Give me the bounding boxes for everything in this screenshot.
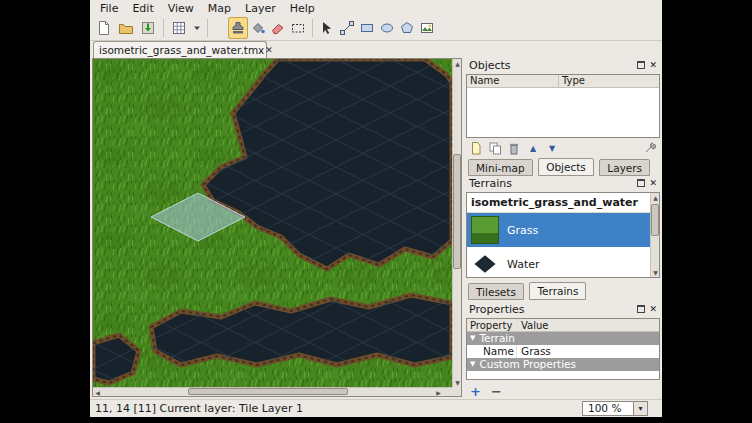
select-object-button[interactable] — [317, 17, 337, 39]
toolbar-separator — [312, 19, 313, 37]
document-tab-bar: isometric_grass_and_water.tmx ✕ — [90, 41, 662, 58]
new-doc-icon — [470, 142, 482, 155]
close-panel-icon[interactable]: ✕ — [649, 60, 657, 70]
object-properties-button[interactable] — [642, 141, 658, 156]
grid-view-button[interactable] — [168, 17, 190, 39]
canvas-vertical-scrollbar[interactable]: ▲ ▼ — [452, 59, 461, 387]
tab-objects[interactable]: Objects — [538, 158, 594, 176]
properties-columns-header: Property Value — [467, 319, 659, 332]
collapse-arrow-icon[interactable]: ▼ — [470, 358, 475, 371]
property-value[interactable]: Grass — [517, 345, 659, 358]
map-canvas[interactable] — [93, 59, 452, 388]
zoom-combo[interactable]: 100 % ▾ — [582, 401, 648, 416]
open-folder-icon — [118, 20, 134, 36]
eraser-button[interactable] — [268, 17, 288, 39]
properties-panel-header: Properties ✕ — [466, 302, 660, 316]
scroll-left-icon[interactable]: ◀ — [93, 388, 102, 397]
properties-panel-title: Properties — [469, 303, 525, 316]
column-value[interactable]: Value — [517, 319, 659, 331]
remove-object-button[interactable] — [506, 141, 522, 156]
properties-toolbar: + − — [470, 384, 502, 398]
menu-file[interactable]: File — [93, 1, 125, 16]
menu-view[interactable]: View — [161, 1, 201, 16]
raise-object-button[interactable]: ▲ — [525, 141, 541, 156]
terrains-scroll-thumb[interactable] — [651, 204, 659, 236]
column-name[interactable]: Name — [467, 75, 559, 87]
terrain-item-grass[interactable]: Grass — [467, 213, 659, 247]
canvas-horizontal-scrollbar[interactable]: ◀ ▶ — [93, 387, 452, 396]
property-group-custom[interactable]: ▼ Custom Properties — [467, 358, 659, 371]
new-object-button[interactable] — [468, 141, 484, 156]
lower-object-button[interactable]: ▼ — [544, 141, 560, 156]
close-panel-icon[interactable]: ✕ — [649, 304, 657, 314]
trash-icon — [508, 142, 520, 155]
upper-dock-tabs: Mini-map Objects Layers — [466, 158, 660, 174]
remove-property-button[interactable]: − — [491, 384, 502, 399]
objects-toolbar: ▲ ▼ — [466, 140, 660, 156]
float-panel-icon[interactable] — [637, 305, 645, 313]
right-dock: Objects ✕ Name Type ▲ ▼ Mini-map Objects… — [466, 58, 660, 397]
vertical-scroll-thumb[interactable] — [453, 154, 461, 269]
insert-polygon-button[interactable] — [397, 17, 417, 39]
terrain-label: Grass — [507, 224, 538, 237]
scroll-down-icon[interactable]: ▼ — [651, 268, 660, 277]
tab-terrains[interactable]: Terrains — [529, 282, 586, 300]
column-type[interactable]: Type — [559, 75, 659, 87]
zoom-dropdown-icon[interactable]: ▾ — [633, 402, 647, 415]
scrollbar-corner — [452, 387, 461, 396]
menu-help[interactable]: Help — [283, 1, 322, 16]
terrain-label: Water — [507, 258, 540, 271]
grass-tile-thumbnail — [471, 216, 499, 244]
menu-map[interactable]: Map — [201, 1, 238, 16]
scroll-down-icon[interactable]: ▼ — [453, 378, 462, 387]
terrains-panel-title: Terrains — [469, 177, 512, 190]
tab-close-icon[interactable]: ✕ — [264, 45, 274, 55]
bucket-fill-icon — [250, 20, 266, 36]
open-button[interactable] — [115, 17, 137, 39]
bucket-fill-button[interactable] — [248, 17, 268, 39]
scroll-up-icon[interactable]: ▲ — [651, 193, 660, 202]
rectangular-select-button[interactable] — [288, 17, 308, 39]
new-map-button[interactable] — [93, 17, 115, 39]
stamp-brush-icon — [230, 20, 246, 36]
edit-polygons-icon — [339, 20, 355, 36]
tab-layers[interactable]: Layers — [599, 159, 650, 176]
float-panel-icon[interactable] — [637, 61, 645, 69]
insert-rectangle-button[interactable] — [357, 17, 377, 39]
scroll-right-icon[interactable]: ▶ — [434, 388, 443, 397]
tiled-app-window: File Edit View Map Layer Help isometric_… — [90, 0, 662, 417]
dropdown-arrow-icon — [193, 24, 201, 32]
property-group-terrain[interactable]: ▼ Terrain — [467, 332, 659, 345]
insert-ellipse-icon — [379, 20, 395, 36]
collapse-arrow-icon[interactable]: ▼ — [470, 332, 475, 345]
scroll-up-icon[interactable]: ▲ — [453, 59, 462, 68]
stamp-brush-button[interactable] — [228, 17, 248, 39]
document-tab[interactable]: isometric_grass_and_water.tmx ✕ — [93, 41, 267, 58]
terrains-list: isometric_grass_and_water Grass Water ▲ … — [466, 192, 660, 278]
terrains-scrollbar[interactable]: ▲ ▼ — [650, 193, 659, 277]
insert-tile-button[interactable] — [417, 17, 437, 39]
edit-polygons-button[interactable] — [337, 17, 357, 39]
insert-ellipse-button[interactable] — [377, 17, 397, 39]
duplicate-object-button[interactable] — [487, 141, 503, 156]
tab-minimap[interactable]: Mini-map — [468, 159, 533, 176]
objects-list[interactable]: Name Type — [466, 74, 660, 138]
column-property[interactable]: Property — [467, 319, 517, 331]
insert-tile-icon — [419, 20, 435, 36]
menu-edit[interactable]: Edit — [125, 1, 160, 16]
group-label: Custom Properties — [479, 358, 576, 371]
tab-tilesets[interactable]: Tilesets — [468, 283, 524, 300]
property-row-name[interactable]: Name Grass — [467, 345, 659, 358]
close-panel-icon[interactable]: ✕ — [649, 178, 657, 188]
save-button[interactable] — [137, 17, 159, 39]
menu-layer[interactable]: Layer — [238, 1, 283, 16]
grid-options-dropdown-button[interactable] — [190, 17, 203, 39]
terrain-item-water[interactable]: Water — [467, 247, 659, 278]
add-property-button[interactable]: + — [470, 384, 481, 399]
horizontal-scroll-thumb[interactable] — [188, 388, 348, 395]
insert-polygon-icon — [399, 20, 415, 36]
zoom-value[interactable]: 100 % — [583, 402, 633, 415]
grid-icon — [171, 20, 187, 36]
objects-columns-header: Name Type — [467, 75, 659, 88]
float-panel-icon[interactable] — [637, 179, 645, 187]
